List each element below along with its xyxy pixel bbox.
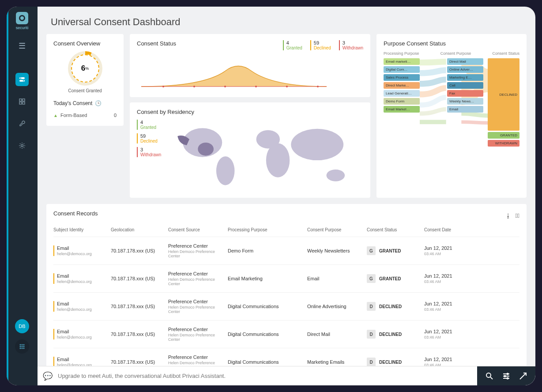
- column-header[interactable]: Consent Date: [424, 227, 475, 232]
- svg-point-14: [23, 346, 25, 347]
- identity-value: helen@democo.org: [57, 335, 111, 339]
- sankey-node: Sales Process: [384, 74, 420, 81]
- consent-source: Preference Center: [168, 354, 208, 360]
- column-header[interactable]: Subject Identity: [53, 227, 111, 232]
- geolocation: 70.187.178.xxx (US): [111, 332, 168, 337]
- consent-date: Jun 12, 2021: [424, 301, 452, 306]
- consent-purpose: Direct Mail: [307, 332, 367, 337]
- sankey-chart: Email marketi…Digital Com…Sales ProcessD…: [384, 58, 519, 147]
- table-row[interactable]: Emailhelen@democo.org70.187.178.xxx (US)…: [53, 265, 519, 293]
- column-header[interactable]: Consent Status: [367, 227, 424, 232]
- svg-point-20: [193, 86, 195, 87]
- svg-rect-0: [19, 77, 25, 79]
- expand-icon[interactable]: [519, 372, 527, 381]
- todays-consent-header: Today's Consent 🕒: [53, 100, 117, 106]
- sankey-node: Email Market…: [384, 106, 420, 113]
- consent-overview-panel: Consent Overview 6% Consent Granted Toda…: [46, 34, 124, 126]
- processing-purpose: Digital Communications: [228, 304, 307, 309]
- consent-date: Jun 12, 2021: [424, 273, 452, 279]
- gauge-value: 6: [81, 64, 85, 73]
- consent-source-sub: Helen Democo Preference Center: [168, 361, 228, 366]
- consent-time: 03:46 AM: [424, 279, 475, 284]
- svg-point-29: [266, 143, 290, 177]
- identity-value: helen@democo.org: [57, 307, 111, 312]
- svg-point-2: [20, 78, 21, 79]
- consent-source: Preference Center: [168, 271, 208, 276]
- sidebar-item-consent[interactable]: [15, 73, 29, 86]
- sankey-node: Digital Com…: [384, 66, 420, 73]
- svg-point-10: [22, 344, 23, 346]
- consent-status-panel: Consent Status 4Granted 59Declined 3With…: [130, 34, 370, 97]
- geolocation: 70.187.178.xxx (US): [111, 359, 168, 365]
- svg-rect-5: [23, 99, 25, 101]
- main: Universal Consent Dashboard Consent Over…: [38, 7, 535, 385]
- svg-rect-7: [23, 102, 25, 104]
- apps-icon[interactable]: [15, 339, 29, 354]
- svg-point-31: [327, 170, 345, 181]
- consent-source-sub: Helen Democo Preference Center: [168, 277, 228, 286]
- search-icon[interactable]: [485, 372, 494, 381]
- panel-title: Consent Status: [137, 40, 176, 47]
- svg-point-22: [255, 86, 257, 87]
- sidebar-item-dashboard[interactable]: [15, 95, 29, 108]
- svg-point-27: [216, 156, 235, 185]
- svg-point-24: [317, 86, 319, 87]
- table-row[interactable]: Emailhelen@democo.org70.187.178.xxx (US)…: [53, 348, 519, 366]
- avatar[interactable]: DB: [15, 319, 29, 333]
- page-title: Universal Consent Dashboard: [38, 7, 535, 34]
- consent-date: Jun 12, 2021: [424, 357, 452, 362]
- residency-metrics: 4Granted 59Declined 3Withdrawn: [137, 120, 161, 161]
- svg-rect-1: [19, 80, 25, 82]
- brand-logo[interactable]: securiti: [16, 12, 29, 30]
- trend-up-icon: ▲: [53, 113, 58, 118]
- table-row[interactable]: Emailhelen@democo.org70.187.178.xxx (US)…: [53, 320, 519, 348]
- consent-purpose: Weekly Newsletters: [307, 248, 367, 253]
- svg-point-11: [23, 344, 25, 346]
- column-header[interactable]: Geolocation: [111, 227, 168, 232]
- consent-source: Preference Center: [168, 327, 208, 332]
- sankey-node: Lead Generati…: [384, 90, 420, 97]
- chat-icon[interactable]: 💬: [43, 371, 53, 381]
- svg-point-38: [504, 375, 506, 377]
- identity-type: Email: [57, 301, 69, 306]
- panel-title: Consent by Residency: [137, 109, 363, 115]
- status-badge: GGRANTED: [367, 246, 424, 255]
- bottom-bar: 💬 Upgrade to meet Auti, the conversation…: [38, 366, 535, 385]
- sankey-node: Demo Form: [384, 98, 420, 105]
- svg-point-37: [507, 373, 508, 374]
- identity-type: Email: [57, 329, 69, 334]
- panel-title: Consent Overview: [53, 40, 117, 47]
- identity-type: Email: [57, 245, 69, 251]
- sidebar-item-tools[interactable]: [15, 117, 29, 130]
- column-header[interactable]: Consent Purpose: [307, 227, 367, 232]
- status-metrics: 4Granted 59Declined 3Withdrawn: [283, 40, 363, 50]
- geolocation: 70.187.178.xxx (US): [111, 248, 168, 253]
- sidebar-item-settings[interactable]: [15, 139, 29, 152]
- sankey-node: Marketing E…: [447, 74, 483, 81]
- consent-residency-panel: Consent by Residency 4Granted 59Declined…: [130, 102, 370, 198]
- consent-source-sub: Helen Democo Preference Center: [168, 333, 228, 342]
- svg-point-23: [286, 86, 288, 87]
- svg-point-17: [23, 348, 25, 349]
- menu-toggle-icon[interactable]: ☰: [19, 41, 26, 51]
- svg-point-3: [23, 80, 24, 81]
- visibility-off-icon[interactable]: 👁̶: [516, 212, 520, 219]
- sankey-node: Direct Mail: [447, 58, 483, 65]
- status-badge: GGRANTED: [367, 274, 424, 283]
- column-header[interactable]: Processing Purpose: [228, 227, 307, 232]
- sankey-node: WITHDRAWN: [488, 140, 519, 147]
- sidebar: securiti ☰ DB: [7, 7, 38, 385]
- processing-purpose: Email Marketing: [228, 276, 307, 281]
- sankey-node: Weekly News…: [447, 98, 483, 105]
- svg-rect-4: [19, 99, 22, 101]
- download-icon[interactable]: ⭳: [505, 212, 511, 219]
- filter-icon[interactable]: [502, 372, 511, 381]
- table-header: Subject IdentityGeolocationConsent Sourc…: [53, 227, 519, 237]
- sankey-node: DECLINED: [488, 58, 519, 131]
- svg-point-32: [486, 373, 491, 377]
- svg-point-39: [507, 377, 508, 379]
- column-header[interactable]: Consent Source: [168, 227, 228, 232]
- table-row[interactable]: Emailhelen@democo.org70.187.178.xxx (US)…: [53, 293, 519, 320]
- table-row[interactable]: Emailhelen@democo.org70.187.178.xxx (US)…: [53, 237, 519, 265]
- svg-point-16: [22, 348, 23, 349]
